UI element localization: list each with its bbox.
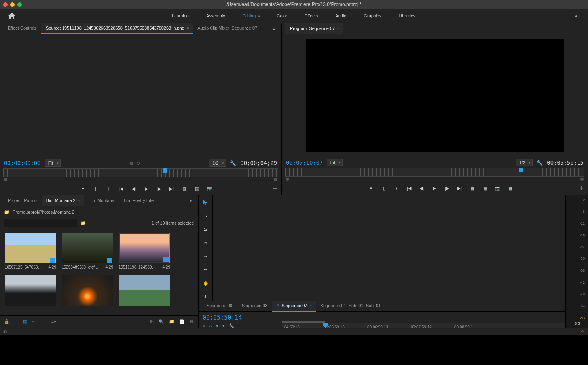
tab-menu-icon[interactable]: ≡ — [309, 304, 311, 308]
solo-buttons[interactable]: S S — [568, 320, 586, 325]
tab-audio-clip-mixer[interactable]: Audio Clip Mixer: Sequence 07 — [193, 23, 262, 34]
add-marker-button[interactable]: ▾ — [216, 323, 218, 328]
mark-in-button[interactable]: { — [381, 185, 387, 191]
delete-button[interactable]: 🗑 — [190, 319, 194, 324]
workspace-effects[interactable]: Effects — [296, 9, 326, 23]
snap-button[interactable]: ⌖ — [203, 323, 205, 328]
timeline-playhead[interactable] — [325, 323, 326, 328]
tab-menu-icon[interactable]: ≡ — [187, 26, 188, 30]
work-area-bar[interactable] — [282, 321, 325, 323]
zoom-handle-left-icon[interactable] — [4, 178, 7, 181]
program-playhead[interactable] — [519, 168, 523, 172]
new-item-button[interactable]: 📄 — [179, 319, 185, 324]
program-timecode-right[interactable]: 00:05:50:15 — [547, 159, 584, 166]
linked-selection-button[interactable]: ∩ — [209, 323, 212, 328]
panel-overflow-button[interactable]: » — [188, 199, 195, 203]
project-search-input[interactable] — [4, 219, 77, 227]
timeline-timecode[interactable]: 00:05:50:14 — [203, 314, 242, 321]
zoom-slider[interactable]: ○──── — [32, 320, 47, 324]
source-settings-icon[interactable]: 🔧 — [230, 160, 236, 166]
panel-overflow-button[interactable]: » — [271, 26, 278, 31]
safe-margins-icon[interactable]: ▦ — [129, 161, 133, 166]
button-editor-icon[interactable]: + — [273, 185, 277, 193]
pen-tool[interactable]: ✒ — [202, 266, 210, 274]
overlay-icon[interactable]: ⊕ — [137, 161, 140, 166]
program-zoom-dropdown[interactable]: Fit — [327, 159, 343, 166]
insert-button[interactable]: ▦ — [181, 185, 188, 192]
play-button[interactable]: ▶ — [431, 185, 438, 191]
home-button[interactable] — [6, 11, 17, 21]
maximize-window-icon[interactable] — [17, 2, 22, 7]
write-protect-icon[interactable]: 🔓 — [4, 319, 9, 324]
program-scrub-bar[interactable] — [285, 168, 584, 177]
hand-tool[interactable]: ✋ — [202, 279, 210, 287]
timeline-ruler[interactable]: 04:59;16 00;05;59;15 00;06;59;13 00;07;5… — [282, 323, 565, 328]
add-marker-button[interactable]: ▾ — [80, 185, 86, 192]
workspace-color[interactable]: Color — [268, 9, 296, 23]
source-playhead[interactable] — [163, 168, 167, 173]
timeline-settings-button[interactable]: ▾ — [222, 323, 225, 328]
workspace-audio[interactable]: Audio — [326, 9, 355, 23]
media-item[interactable]: 15293489689_efcf3...4;29 — [62, 233, 113, 269]
media-item[interactable] — [5, 275, 56, 306]
play-button[interactable]: ▶ — [143, 185, 150, 192]
type-tool[interactable]: T — [202, 293, 210, 301]
tab-source[interactable]: Source: 19511198_1245302668928658_516875… — [41, 23, 193, 34]
step-forward-button[interactable]: |▶ — [444, 185, 450, 191]
bin-icon[interactable]: 📁 — [4, 210, 9, 215]
media-item[interactable] — [62, 275, 113, 306]
lift-button[interactable]: ▦ — [469, 185, 476, 191]
cc-sync-icon[interactable]: ◐ — [3, 329, 7, 334]
source-monitor-view[interactable] — [0, 34, 281, 157]
slip-tool[interactable]: ↔ — [202, 252, 210, 260]
new-search-bin-icon[interactable]: 📁 — [80, 221, 86, 226]
razor-tool[interactable]: ✂ — [202, 239, 210, 247]
program-settings-icon[interactable]: 🔧 — [537, 160, 543, 166]
tab-bin-montana2[interactable]: Bin: Montana 2 ≡ — [42, 195, 84, 206]
comparison-view-button[interactable]: ▦ — [507, 185, 514, 191]
workspace-libraries[interactable]: Libraries — [390, 9, 424, 23]
media-item[interactable] — [119, 275, 170, 306]
source-zoom-dropdown[interactable]: Fit — [45, 159, 61, 167]
source-timecode-right[interactable]: 00;00;04;29 — [240, 160, 277, 166]
program-timecode-left[interactable]: 00:07:10:07 — [286, 159, 323, 166]
go-to-in-button[interactable]: |◀ — [406, 185, 412, 191]
zoom-handle-right-icon[interactable] — [580, 178, 584, 181]
tab-bin-poetry[interactable]: Bin: Poetry Inter — [119, 195, 160, 206]
new-bin-button[interactable]: 📁 — [169, 319, 175, 324]
source-scrub-bar[interactable] — [3, 168, 278, 177]
timeline-wrench-icon[interactable]: 🔧 — [229, 323, 234, 328]
export-frame-button[interactable]: 📷 — [495, 185, 501, 191]
sort-button[interactable]: ≡▾ — [51, 319, 56, 324]
export-frame-button[interactable]: 📷 — [207, 185, 213, 192]
minimize-window-icon[interactable] — [10, 2, 15, 7]
zoom-handle-right-icon[interactable] — [274, 178, 277, 181]
mark-in-button[interactable]: { — [93, 185, 99, 192]
workspace-graphics[interactable]: Graphics — [355, 9, 390, 23]
go-to-out-button[interactable]: ▶| — [457, 185, 463, 191]
overwrite-button[interactable]: ▦ — [194, 185, 200, 192]
list-view-button[interactable]: ☰ — [14, 319, 18, 324]
warning-icon[interactable]: ⚠ — [580, 329, 585, 335]
close-window-icon[interactable] — [3, 2, 8, 7]
ripple-edit-tool[interactable]: ⇆ — [202, 225, 210, 233]
tab-bin-montana[interactable]: Bin: Montana — [84, 195, 119, 206]
tab-program[interactable]: Program: Sequence 07 ≡ — [285, 23, 343, 34]
tab-menu-icon[interactable]: ≡ — [78, 199, 79, 202]
program-resolution-dropdown[interactable]: 1/2 — [516, 159, 533, 166]
step-back-button[interactable]: ◀| — [419, 185, 425, 191]
program-monitor-view[interactable] — [282, 34, 588, 157]
workspace-overflow-button[interactable]: » — [570, 13, 582, 18]
go-to-in-button[interactable]: |◀ — [118, 185, 124, 192]
tab-menu-icon[interactable]: ≡ — [337, 26, 338, 30]
tab-project[interactable]: Project: Promo — [3, 195, 42, 206]
breadcrumb[interactable]: Promo.prproj\Photos\Montana 2 — [13, 210, 74, 214]
find-button[interactable]: 🔍 — [159, 319, 164, 324]
source-timecode-left[interactable]: 00;00;00;00 — [4, 160, 41, 166]
mark-out-button[interactable]: } — [105, 185, 112, 192]
track-select-tool[interactable]: ⇥ — [202, 212, 210, 220]
tab-sequence-08[interactable]: Sequence 08 — [237, 301, 272, 312]
zoom-handle-left-icon[interactable] — [286, 178, 289, 181]
step-back-button[interactable]: ◀| — [131, 185, 137, 192]
workspace-editing[interactable]: Editing ≡ — [234, 9, 268, 23]
